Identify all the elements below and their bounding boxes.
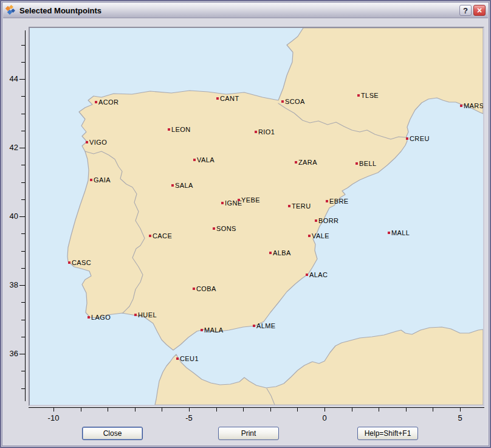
title-bar[interactable]: Selected Mountpoints ? × xyxy=(3,3,488,18)
y-axis-tick xyxy=(21,320,25,320)
x-axis-tick xyxy=(216,408,217,412)
station-label: SCOA xyxy=(285,98,305,105)
y-axis-tick xyxy=(21,131,25,131)
print-button[interactable]: Print xyxy=(218,427,279,440)
station-label: ALAC xyxy=(309,272,328,278)
x-axis-tick xyxy=(243,408,244,412)
station-label: CREU xyxy=(410,136,430,142)
x-axis-tick xyxy=(53,408,54,412)
station-marker-icon xyxy=(216,97,219,100)
station-vale: VALE xyxy=(308,233,329,239)
station-marker-icon xyxy=(269,252,272,254)
y-axis-label: 42 xyxy=(2,143,18,152)
station-marker-icon xyxy=(168,128,170,131)
station-marker-icon xyxy=(213,227,215,230)
station-marker-icon xyxy=(460,105,462,107)
help-button[interactable]: Help=Shift+F1 xyxy=(357,427,418,440)
station-marker-icon xyxy=(326,200,328,202)
station-label: ACOR xyxy=(98,99,118,105)
station-label: RIO1 xyxy=(258,129,275,135)
y-axis-tick xyxy=(21,96,25,97)
y-axis-tick xyxy=(21,199,25,200)
mountpoint-map: ACORCANTSCOATLSEMARSVIGOLEONRIO1CREUVALA… xyxy=(30,28,483,405)
station-label: CANT xyxy=(220,95,239,102)
x-axis-label: -10 xyxy=(41,414,66,422)
y-axis-tick xyxy=(21,268,25,269)
y-axis-tick xyxy=(21,182,25,183)
station-marker-icon xyxy=(90,179,92,181)
x-axis-tick xyxy=(270,408,271,412)
station-marker-icon xyxy=(201,329,203,331)
station-label: MARS xyxy=(464,103,483,109)
station-label: TLSE xyxy=(361,92,379,98)
station-label: BORR xyxy=(318,218,338,224)
station-tlse: TLSE xyxy=(357,92,379,98)
x-axis-tick xyxy=(189,408,190,412)
x-axis-label: 0 xyxy=(312,414,337,422)
station-vala: VALA xyxy=(193,157,215,163)
station-lago: LAGO xyxy=(88,314,111,320)
y-axis-tick xyxy=(19,148,25,148)
x-axis-tick xyxy=(352,408,352,412)
station-marker-icon xyxy=(315,219,317,222)
station-zara: ZARA xyxy=(295,159,317,165)
x-axis-label: -5 xyxy=(177,414,201,422)
station-marker-icon xyxy=(295,161,297,164)
x-axis-tick xyxy=(297,408,298,412)
station-sons: SONS xyxy=(213,226,236,232)
station-marker-icon xyxy=(149,235,151,237)
station-label: MALA xyxy=(204,327,224,333)
close-button[interactable]: Close xyxy=(82,427,143,440)
y-axis-label: 36 xyxy=(2,350,18,358)
station-leon: LEON xyxy=(168,126,191,133)
y-axis-tick xyxy=(19,354,25,354)
x-axis-tick xyxy=(108,408,108,412)
station-label: ALBA xyxy=(273,250,291,256)
x-axis-label: 5 xyxy=(448,414,472,422)
station-marker-icon xyxy=(95,101,97,103)
station-mars: MARS xyxy=(460,103,483,109)
station-mall: MALL xyxy=(388,230,410,236)
station-marker-icon xyxy=(288,205,290,207)
y-axis-tick xyxy=(19,79,25,80)
station-marker-icon xyxy=(86,141,88,143)
station-label: CEU1 xyxy=(180,356,199,362)
station-marker-icon xyxy=(68,261,70,264)
station-marker-icon xyxy=(88,316,90,319)
close-icon[interactable]: × xyxy=(473,5,486,16)
selected-mountpoints-dialog: Selected Mountpoints ? × ACORCANTSCOATLS… xyxy=(0,0,491,448)
station-mala: MALA xyxy=(201,327,224,333)
station-marker-icon xyxy=(308,235,311,237)
station-casc: CASC xyxy=(68,260,91,266)
station-label: SONS xyxy=(216,226,236,232)
x-axis-tick xyxy=(81,408,81,412)
station-scoa: SCOA xyxy=(281,98,305,105)
station-marker-icon xyxy=(355,162,358,165)
station-marker-icon xyxy=(193,159,196,161)
x-axis-line xyxy=(29,407,484,408)
station-borr: BORR xyxy=(315,218,338,224)
help-titlebar-button[interactable]: ? xyxy=(459,5,472,16)
x-axis-tick xyxy=(433,408,433,412)
station-marker-icon xyxy=(193,288,195,290)
y-axis-label: 40 xyxy=(2,212,18,221)
station-marker-icon xyxy=(238,199,240,201)
station-alac: ALAC xyxy=(306,272,328,278)
app-icon xyxy=(5,5,15,15)
station-marker-icon xyxy=(134,314,137,316)
station-label: CACE xyxy=(153,233,172,239)
station-label: VALA xyxy=(197,157,215,163)
y-axis-tick xyxy=(21,233,25,234)
station-label: BELL xyxy=(359,160,377,167)
map-svg xyxy=(30,28,483,405)
station-label: YEBE xyxy=(241,197,260,203)
station-ebre: EBRE xyxy=(326,198,349,204)
station-huel: HUEL xyxy=(134,312,157,318)
station-marker-icon xyxy=(171,184,174,187)
station-yebe: YEBE xyxy=(238,197,260,203)
station-gaia: GAIA xyxy=(90,177,111,183)
station-alba: ALBA xyxy=(269,250,291,256)
station-label: GAIA xyxy=(94,177,111,183)
station-marker-icon xyxy=(306,274,308,276)
station-label: CASC xyxy=(72,260,91,266)
